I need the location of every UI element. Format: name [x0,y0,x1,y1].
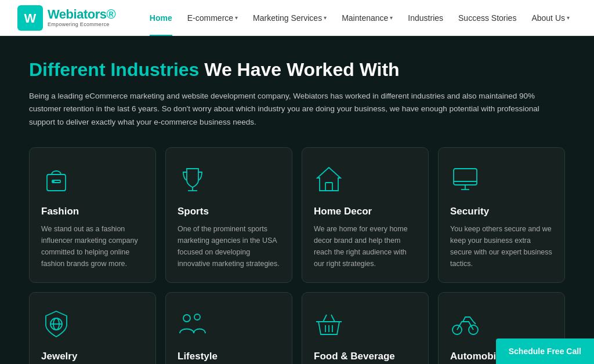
card-security-title: Security [450,206,553,217]
card-jewelry-title: Jewelry [41,351,144,362]
schedule-free-call-button[interactable]: Schedule Free Call [496,338,594,364]
nav-item-ecommerce[interactable]: E-commerce ▾ [180,0,245,36]
card-food-beverage-title: Food & Beverage [314,351,416,362]
svg-point-17 [194,314,200,320]
industry-cards-row-1: Fashion We stand out as a fashion influe… [29,147,565,283]
nav-item-success-stories[interactable]: Success Stories [451,0,523,36]
card-fashion-desc: We stand out as a fashion influencer mar… [41,223,144,270]
logo-icon: W [17,5,43,31]
card-sports-desc: One of the prominent sports marketing ag… [178,223,280,270]
nav-links: Home E-commerce ▾ Marketing Services ▾ M… [143,0,577,36]
home-decor-icon [314,162,416,196]
nav-item-home[interactable]: Home [143,0,179,36]
logo-sub: Empowering Ecommerce [48,22,115,28]
card-security-desc: You keep others secure and we keep your … [450,223,553,270]
svg-point-16 [183,315,190,322]
section-description: Being a leading eCommerce marketing and … [29,90,551,129]
sports-icon [178,162,280,196]
logo[interactable]: W Webiators® Empowering Ecommerce [17,5,133,31]
card-lifestyle[interactable]: Lifestyle [165,292,292,364]
svg-marker-7 [317,168,341,191]
card-food-beverage[interactable]: Food & Beverage [302,292,429,364]
card-home-decor-title: Home Decor [314,206,416,217]
nav-item-maintenance[interactable]: Maintenance ▾ [335,0,400,36]
industry-cards-row-2: Jewelry Lifestyle [29,292,565,364]
card-home-decor-desc: We are home for every home decor brand a… [314,223,416,270]
card-lifestyle-title: Lifestyle [178,351,280,362]
automobile-icon [450,307,553,341]
card-fashion-title: Fashion [41,206,144,217]
svg-rect-8 [325,183,332,191]
logo-text: Webiators® [48,8,115,21]
nav-item-about-us[interactable]: About Us ▾ [524,0,577,36]
card-sports-title: Sports [178,206,280,217]
section-title: Different Industries We Have Worked With [29,59,565,81]
jewelry-icon [41,307,144,341]
fashion-icon [41,162,144,196]
svg-text:W: W [24,11,37,26]
nav-item-industries[interactable]: Industries [401,0,450,36]
main-content: Different Industries We Have Worked With… [0,36,594,364]
card-fashion[interactable]: Fashion We stand out as a fashion influe… [29,147,156,283]
security-icon [450,162,553,196]
card-sports[interactable]: Sports One of the prominent sports marke… [165,147,292,283]
nav-item-marketing-services[interactable]: Marketing Services ▾ [246,0,334,36]
navbar: W Webiators® Empowering Ecommerce Home E… [0,0,594,36]
food-beverage-icon [314,307,416,341]
card-home-decor[interactable]: Home Decor We are home for every home de… [302,147,429,283]
card-security[interactable]: Security You keep others secure and we k… [438,147,565,283]
svg-rect-9 [454,169,477,185]
lifestyle-icon [178,307,280,341]
card-jewelry[interactable]: Jewelry [29,292,156,364]
